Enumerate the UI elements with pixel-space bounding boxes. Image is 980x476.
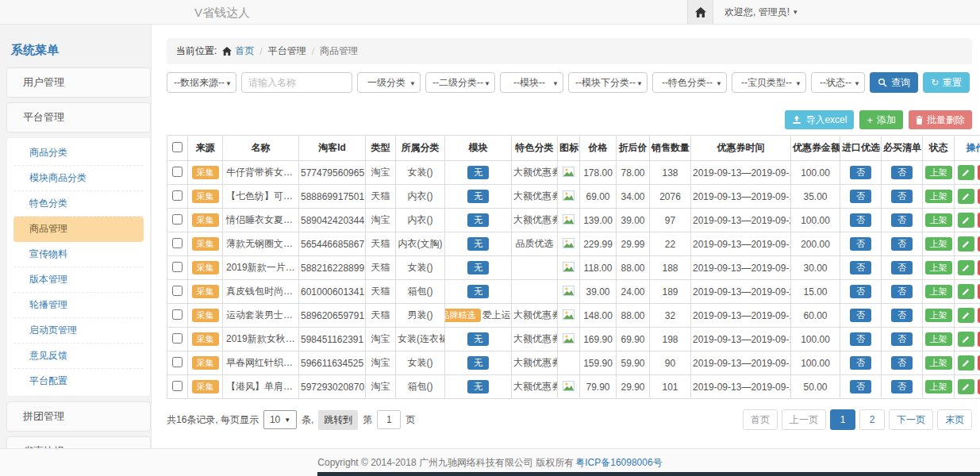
row-checkbox[interactable] (172, 262, 183, 272)
delete-button[interactable] (978, 332, 980, 347)
import-select-toggle[interactable]: 否 (850, 356, 871, 370)
jump-button[interactable]: 跳转到 (318, 410, 358, 430)
edit-button[interactable] (958, 213, 974, 228)
status-badge[interactable]: 上架 (925, 356, 952, 370)
status-badge[interactable]: 上架 (925, 380, 952, 394)
delete-button[interactable] (978, 213, 980, 228)
import-select-toggle[interactable]: 否 (850, 190, 871, 204)
row-checkbox[interactable] (172, 214, 183, 225)
import-select-toggle[interactable]: 否 (850, 213, 871, 228)
home-button[interactable] (687, 0, 713, 24)
must-buy-toggle[interactable]: 否 (891, 356, 913, 370)
sidebar-subitem[interactable]: 启动页管理 (13, 318, 144, 344)
sidebar-item[interactable]: 拼团管理 (6, 401, 151, 432)
sidebar-item[interactable]: 用户管理 (6, 67, 151, 98)
must-buy-toggle[interactable]: 否 (891, 261, 913, 275)
icp-link[interactable]: 粤ICP备16098006号 (575, 456, 662, 470)
status-badge[interactable]: 上架 (925, 332, 952, 347)
must-buy-toggle[interactable]: 否 (891, 237, 913, 251)
row-checkbox[interactable] (172, 381, 183, 391)
edit-button[interactable] (958, 236, 974, 251)
status-badge[interactable]: 上架 (925, 190, 952, 204)
sidebar-subitem[interactable]: 商品管理 (13, 217, 144, 242)
edit-button[interactable] (958, 260, 974, 275)
filter-select[interactable]: 一级分类▼ (357, 72, 421, 93)
sidebar-subitem[interactable]: 意见反馈 (13, 344, 144, 369)
filter-select[interactable]: --特色分类--▼ (652, 72, 727, 93)
edit-button[interactable] (958, 379, 974, 394)
delete-button[interactable] (978, 308, 980, 323)
breadcrumb-home-link[interactable]: 首页 (222, 44, 254, 58)
row-checkbox[interactable] (172, 167, 183, 177)
import-select-toggle[interactable]: 否 (850, 237, 871, 251)
import-select-toggle[interactable]: 否 (850, 332, 871, 347)
must-buy-toggle[interactable]: 否 (891, 213, 913, 228)
sidebar-subitem[interactable]: 模块商品分类 (13, 166, 144, 191)
page-button[interactable]: 1 (830, 409, 855, 430)
filter-select[interactable]: --状态--▼ (811, 72, 865, 93)
row-checkbox[interactable] (172, 333, 183, 344)
status-badge[interactable]: 上架 (925, 309, 952, 323)
per-page-select[interactable]: 10 ▼ (263, 410, 297, 429)
delete-button[interactable] (978, 189, 980, 204)
delete-button[interactable] (978, 379, 980, 394)
name-search-input[interactable] (241, 72, 352, 93)
must-buy-toggle[interactable]: 否 (891, 166, 913, 180)
must-buy-toggle[interactable]: 否 (891, 380, 913, 394)
import-select-toggle[interactable]: 否 (850, 285, 871, 299)
sidebar-item[interactable]: 平台管理 (6, 102, 151, 132)
status-badge[interactable]: 上架 (925, 213, 952, 228)
search-button[interactable]: 查询 (870, 72, 918, 93)
filter-select[interactable]: --宝贝类型--▼ (732, 72, 806, 93)
sidebar-subitem[interactable]: 宣传物料 (13, 242, 144, 267)
filter-select[interactable]: --二级分类--▼ (425, 72, 495, 93)
page-button[interactable]: 下一页 (889, 409, 933, 430)
row-checkbox[interactable] (172, 357, 183, 367)
status-badge[interactable]: 上架 (925, 237, 952, 251)
import-select-toggle[interactable]: 否 (850, 309, 871, 323)
status-badge[interactable]: 上架 (925, 166, 952, 180)
edit-button[interactable] (958, 165, 974, 180)
filter-select[interactable]: --模块下分类--▼ (568, 72, 648, 93)
delete-button[interactable] (978, 236, 980, 251)
status-badge[interactable]: 上架 (925, 261, 952, 275)
page-button[interactable]: 首页 (743, 409, 778, 430)
must-buy-toggle[interactable]: 否 (891, 332, 913, 347)
page-button[interactable]: 2 (859, 409, 885, 430)
edit-button[interactable] (958, 332, 974, 347)
page-button[interactable]: 末页 (937, 409, 972, 430)
edit-button[interactable] (958, 189, 974, 204)
filter-select[interactable]: --模块--▼ (500, 72, 563, 93)
status-badge[interactable]: 上架 (925, 285, 952, 299)
reset-button[interactable]: ↻重置 (923, 72, 970, 93)
must-buy-toggle[interactable]: 否 (891, 285, 913, 299)
sidebar-subitem[interactable]: 商品分类 (13, 140, 144, 166)
user-menu[interactable]: 欢迎您, 管理员! ▾ (724, 6, 797, 19)
add-button[interactable]: + 添加 (859, 110, 903, 129)
row-checkbox[interactable] (172, 190, 183, 201)
edit-button[interactable] (958, 284, 974, 299)
sidebar-subitem[interactable]: 特色分类 (13, 191, 144, 217)
must-buy-toggle[interactable]: 否 (891, 309, 913, 323)
sidebar-subitem[interactable]: 版本管理 (13, 267, 144, 293)
delete-button[interactable] (978, 284, 980, 299)
row-checkbox[interactable] (172, 238, 183, 248)
delete-button[interactable] (978, 355, 980, 370)
sidebar-subitem[interactable]: 平台配置 (13, 369, 144, 393)
import-select-toggle[interactable]: 否 (850, 166, 871, 180)
sidebar-subitem[interactable]: 轮播管理 (13, 293, 144, 318)
select-all-checkbox[interactable] (172, 142, 183, 152)
edit-button[interactable] (958, 355, 974, 370)
edit-button[interactable] (958, 308, 974, 323)
import-select-toggle[interactable]: 否 (850, 261, 871, 275)
jump-page-input[interactable] (377, 410, 401, 429)
batch-delete-button[interactable]: 批量删除 (909, 110, 972, 129)
page-button[interactable]: 上一页 (782, 409, 826, 430)
import-excel-button[interactable]: 导入excel (785, 110, 854, 129)
row-checkbox[interactable] (172, 286, 183, 296)
filter-select[interactable]: --数据来源--▼ (167, 72, 236, 93)
delete-button[interactable] (978, 260, 980, 275)
import-select-toggle[interactable]: 否 (850, 380, 871, 394)
delete-button[interactable] (978, 165, 980, 180)
row-checkbox[interactable] (172, 309, 183, 320)
